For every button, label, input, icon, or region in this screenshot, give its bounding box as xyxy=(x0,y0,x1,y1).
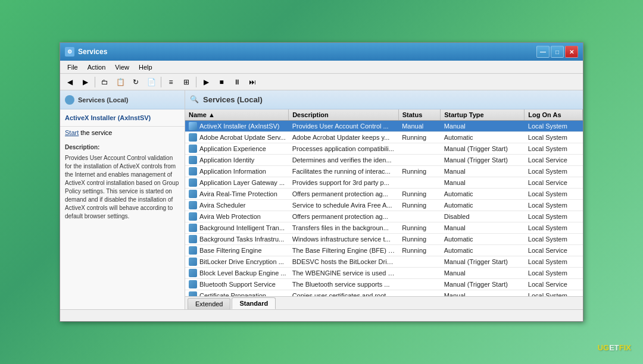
service-status-cell: Running xyxy=(398,132,441,143)
service-name: Application Layer Gateway ... xyxy=(199,179,285,186)
table-row[interactable]: BitLocker Drive Encryption ... BDESVC ho… xyxy=(185,256,583,268)
tab-extended[interactable]: Extended xyxy=(188,298,230,309)
service-name-cell: Application Identity xyxy=(185,155,289,166)
sidebar-start-link[interactable]: Start the service xyxy=(60,127,185,139)
table-container[interactable]: Name ▲ Description Status Startup Type L… xyxy=(185,109,583,296)
table-row[interactable]: Application Experience Processes applica… xyxy=(185,143,583,155)
menu-view[interactable]: View xyxy=(110,62,134,72)
table-row[interactable]: Bluetooth Support Service The Bluetooth … xyxy=(185,279,583,290)
service-name-cell: Adobe Acrobat Update Serv... xyxy=(185,132,289,143)
watermark-highlight: UG xyxy=(598,343,610,352)
tab-bar: Extended Standard xyxy=(185,296,583,309)
table-row[interactable]: Background Tasks Infrastru... Windows in… xyxy=(185,234,583,245)
service-startup-cell: Automatic xyxy=(441,200,525,211)
service-desc-cell: Windows infrastructure service t... xyxy=(289,234,399,245)
service-name: Bluetooth Support Service xyxy=(199,281,276,288)
table-row[interactable]: Avira Web Protection Offers permanent pr… xyxy=(185,211,583,222)
table-row[interactable]: Background Intelligent Tran... Transfers… xyxy=(185,222,583,234)
minimize-button[interactable]: — xyxy=(536,46,550,58)
service-logon-cell: Local System xyxy=(525,222,583,234)
back-button[interactable]: ◀ xyxy=(63,76,77,89)
title-bar-left: ⚙ Services xyxy=(65,47,107,57)
table-row[interactable]: Block Level Backup Engine ... The WBENGI… xyxy=(185,268,583,279)
table-row[interactable]: ActiveX Installer (AxInstSV) Provides Us… xyxy=(185,121,583,132)
menu-help[interactable]: Help xyxy=(134,62,157,72)
maximize-button[interactable]: □ xyxy=(551,46,564,58)
service-status-cell xyxy=(398,177,441,189)
service-name: Avira Scheduler xyxy=(199,202,245,209)
table-row[interactable]: Application Identity Determines and veri… xyxy=(185,155,583,166)
service-logon-cell: Local System xyxy=(525,256,583,268)
col-header-status[interactable]: Status xyxy=(398,109,441,121)
start-button[interactable]: ▶ xyxy=(199,76,213,89)
service-startup-cell: Manual (Trigger Start) xyxy=(441,155,525,166)
table-row[interactable]: Application Layer Gateway ... Provides s… xyxy=(185,177,583,189)
service-name-cell: BitLocker Drive Encryption ... xyxy=(185,256,289,268)
pause-button[interactable]: ⏸ xyxy=(230,76,244,89)
main-area: 🔍 Services (Local) Name ▲ Description St… xyxy=(185,90,583,309)
service-name: BitLocker Drive Encryption ... xyxy=(199,258,284,265)
service-logon-cell: Local System xyxy=(525,121,583,132)
table-row[interactable]: Certificate Propagation Copies user cert… xyxy=(185,290,583,297)
start-service-link[interactable]: Start xyxy=(65,129,79,136)
table-row[interactable]: Base Filtering Engine The Base Filtering… xyxy=(185,245,583,256)
table-row[interactable]: Adobe Acrobat Update Serv... Adobe Acrob… xyxy=(185,132,583,143)
service-status-cell: Running xyxy=(398,166,441,177)
restart-button[interactable]: ⏭ xyxy=(245,76,260,89)
properties-button[interactable]: 📋 xyxy=(113,76,127,89)
service-logon-cell: Local System xyxy=(525,143,583,155)
service-logon-cell: Local Service xyxy=(525,177,583,189)
service-status-cell: Running xyxy=(398,189,441,200)
service-status-cell xyxy=(398,155,441,166)
menu-action[interactable]: Action xyxy=(83,62,111,72)
service-startup-cell: Manual (Trigger Start) xyxy=(441,279,525,290)
service-logon-cell: Local Service xyxy=(525,155,583,166)
toolbar: ◀ ▶ 🗀 📋 ↻ 📄 ≡ ⊞ ▶ ■ ⏸ ⏭ xyxy=(60,74,583,90)
col-header-description[interactable]: Description xyxy=(289,109,399,121)
service-desc-cell: Provides support for 3rd party p... xyxy=(289,177,399,189)
service-startup-cell: Manual (Trigger Start) xyxy=(441,143,525,155)
forward-button[interactable]: ▶ xyxy=(78,76,92,89)
service-logon-cell: Local System xyxy=(525,290,583,297)
start-link-suffix: the service xyxy=(79,129,112,136)
service-startup-cell: Manual xyxy=(441,268,525,279)
col-header-startup[interactable]: Startup Type xyxy=(441,109,525,121)
main-header: 🔍 Services (Local) xyxy=(185,90,583,109)
refresh-button[interactable]: ↻ xyxy=(129,76,143,89)
service-name: Block Level Backup Engine ... xyxy=(199,269,286,277)
col-header-name[interactable]: Name ▲ xyxy=(185,109,289,121)
service-name: Certificate Propagation xyxy=(199,292,266,296)
service-desc-cell: Adobe Acrobat Updater keeps y... xyxy=(289,132,399,143)
view-toggle-2[interactable]: ⊞ xyxy=(179,76,193,89)
service-startup-cell: Automatic xyxy=(441,234,525,245)
service-name-cell: Certificate Propagation xyxy=(185,290,289,297)
service-name: Avira Real-Time Protection xyxy=(199,190,277,197)
table-row[interactable]: Avira Real-Time Protection Offers perman… xyxy=(185,189,583,200)
close-button[interactable]: ✕ xyxy=(565,46,578,58)
menu-file[interactable]: File xyxy=(63,62,83,72)
table-header-row: Name ▲ Description Status Startup Type L… xyxy=(185,109,583,121)
description-label: Description: xyxy=(65,143,180,152)
show-hide-button[interactable]: 🗀 xyxy=(98,76,112,89)
service-name-cell: Background Intelligent Tran... xyxy=(185,222,289,234)
service-desc-cell: The WBENGINE service is used b... xyxy=(289,268,399,279)
services-table: Name ▲ Description Status Startup Type L… xyxy=(185,109,583,296)
service-desc-cell: Offers permanent protection ag... xyxy=(289,211,399,222)
service-status-cell xyxy=(398,268,441,279)
service-name: Base Filtering Engine xyxy=(199,247,262,254)
service-logon-cell: Local System xyxy=(525,234,583,245)
tab-standard[interactable]: Standard xyxy=(232,297,276,309)
stop-button[interactable]: ■ xyxy=(214,76,229,89)
description-text: Provides User Account Control validation… xyxy=(65,155,179,219)
service-name-cell: Application Experience xyxy=(185,143,289,155)
service-logon-cell: Local System xyxy=(525,189,583,200)
col-header-logon[interactable]: Log On As xyxy=(525,109,583,121)
view-toggle-1[interactable]: ≡ xyxy=(164,76,178,89)
table-row[interactable]: Application Information Facilitates the … xyxy=(185,166,583,177)
table-row[interactable]: Avira Scheduler Service to schedule Avir… xyxy=(185,200,583,211)
service-name-cell: Avira Real-Time Protection xyxy=(185,189,289,200)
service-startup-cell: Automatic xyxy=(441,132,525,143)
service-startup-cell: Automatic xyxy=(441,189,525,200)
export-button[interactable]: 📄 xyxy=(144,76,158,89)
main-search-icon: 🔍 xyxy=(190,95,199,105)
